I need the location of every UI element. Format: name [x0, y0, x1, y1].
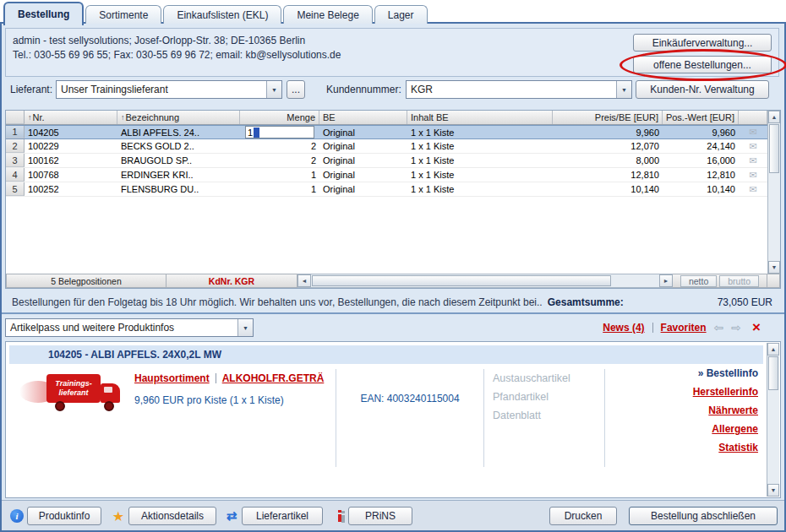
lieferartikel-button[interactable]: Lieferartikel	[242, 507, 323, 525]
order-table: ↑Nr. ↑Bezeichnung Menge BE Inhalt BE Pre…	[5, 110, 781, 289]
chevron-down-icon[interactable]: ▼	[266, 81, 281, 98]
info-icon: i	[10, 509, 24, 523]
column-header-be[interactable]: BE	[319, 111, 407, 124]
aktionsdetails-button[interactable]: Aktionsdetails	[128, 507, 216, 525]
warengruppe-link[interactable]: ALKOHOLFR.GETRÄ	[222, 372, 325, 384]
prins-button[interactable]: PRiNS	[348, 507, 412, 525]
close-icon[interactable]: ×	[752, 322, 761, 334]
inactive-info-list: Austauschartikel Pfandartikel Datenblatt	[493, 372, 570, 428]
tab-bestellung[interactable]: Bestellung	[3, 2, 84, 25]
datenblatt-label: Datenblatt	[493, 410, 570, 421]
brutto-button[interactable]: brutto	[719, 275, 759, 287]
scroll-right-icon[interactable]: ►	[659, 274, 673, 287]
divider	[652, 323, 653, 333]
truck-wheel	[104, 401, 114, 411]
kundennummer-label: Kundennummer:	[326, 84, 401, 95]
tab-lager[interactable]: Lager	[374, 5, 428, 24]
lieferant-select[interactable]: Unser Trainingslieferant ▼	[56, 80, 282, 99]
bestellinfo-link[interactable]: » Bestellinfo	[698, 367, 758, 379]
table-row[interactable]: 1 104205 ALBI APFELS. 24.. 1 Original 1 …	[6, 125, 767, 139]
kundennr-verwaltung-button[interactable]: Kunden-Nr. Verwaltung	[636, 80, 769, 99]
column-header-preis[interactable]: Preis/BE [EUR]	[553, 111, 663, 124]
mail-icon[interactable]: ✉	[742, 127, 764, 138]
tab-bar: Bestellung Sortimente Einkaufslisten (EK…	[3, 2, 428, 25]
column-header-nr[interactable]: ↑Nr.	[25, 111, 117, 124]
total-value: 73,050 EUR	[718, 296, 772, 308]
account-info-panel: admin - test sellysolutions; Josef-Orlop…	[5, 28, 779, 77]
next-arrow-icon[interactable]: ⇨	[731, 321, 741, 334]
row-index-header	[6, 111, 25, 124]
produktinfo-button[interactable]: Produktinfo	[27, 507, 101, 525]
total-label: Gesamtsumme:	[548, 296, 624, 308]
mail-icon[interactable]: ✉	[742, 155, 764, 166]
positions-count: 5 Belegpositionen	[6, 274, 166, 288]
truck-wheel	[55, 401, 65, 411]
lieferant-more-button[interactable]: ...	[287, 80, 305, 99]
drucken-button[interactable]: Drucken	[549, 507, 617, 525]
menge-edit-input[interactable]: 1	[245, 126, 314, 138]
mail-icon[interactable]: ✉	[742, 141, 764, 152]
table-row[interactable]: 2 100229 BECKS GOLD 2.. 2 Original 1 x 1…	[6, 139, 767, 154]
lieferant-value: Unser Trainingslieferant	[57, 84, 266, 95]
account-address: admin - test sellysolutions; Josef-Orlop…	[13, 35, 305, 46]
product-ean: EAN: 4003240115004	[339, 393, 481, 404]
bottom-toolbar: i Produktinfo ★ Aktionsdetails ⇄ Liefera…	[2, 500, 784, 530]
tab-meine-belege[interactable]: Meine Belege	[283, 5, 372, 24]
table-vertical-scrollbar[interactable]: ▲ ▼	[767, 111, 780, 274]
column-header-inhalt-be[interactable]: Inhalt BE	[407, 111, 553, 124]
chevron-down-icon[interactable]: ▼	[616, 81, 631, 98]
kdnr-badge: KdNr. KGR	[166, 274, 297, 288]
scrollbar-thumb[interactable]	[769, 124, 779, 173]
statistik-link[interactable]: Statistik	[718, 442, 758, 453]
tab-sortimente[interactable]: Sortimente	[85, 5, 161, 24]
news-link[interactable]: News (4)	[603, 322, 644, 334]
text-caret	[254, 128, 259, 138]
scroll-left-icon[interactable]: ◄	[297, 274, 311, 287]
deadline-message: Bestellungen für den Folgetag bis 18 Uhr…	[12, 296, 543, 308]
pfandartikel-label: Pfandartikel	[493, 391, 570, 403]
table-horizontal-scrollbar[interactable]: ◄ ►	[297, 274, 673, 288]
column-header-menge[interactable]: Menge	[240, 111, 319, 124]
scrollbar-corner	[767, 274, 780, 288]
mail-icon[interactable]: ✉	[742, 184, 764, 195]
allergene-link[interactable]: Allergene	[712, 423, 758, 435]
product-detail-links: » Bestellinfo Herstellerinfo Nährwerte A…	[693, 367, 758, 460]
table-row[interactable]: 4 100768 ERDINGER KRI.. 1 Original 1 x 1…	[6, 168, 767, 182]
product-info-row: Artikelpass und weitere Produktinfos ▼ N…	[2, 318, 784, 339]
divider	[604, 369, 605, 467]
divider	[483, 369, 484, 467]
scroll-up-icon[interactable]: ▲	[767, 343, 779, 356]
chevron-down-icon[interactable]: ▼	[237, 319, 253, 336]
scroll-up-icon[interactable]: ▲	[768, 111, 780, 123]
scrollbar-thumb[interactable]	[312, 275, 611, 286]
panel-vertical-scrollbar[interactable]: ▲ ▼	[767, 343, 779, 497]
favoriten-link[interactable]: Favoriten	[661, 322, 707, 334]
product-info-select[interactable]: Artikelpass und weitere Produktinfos ▼	[5, 318, 254, 337]
supplier-logo: Trainings- lieferant	[35, 372, 136, 420]
tab-einkaufslisten[interactable]: Einkaufslisten (EKL)	[163, 5, 281, 24]
divider	[216, 373, 216, 383]
austauschartikel-label: Austauschartikel	[493, 372, 570, 384]
product-info-select-value: Artikelpass und weitere Produktinfos	[6, 322, 237, 334]
netto-button[interactable]: netto	[680, 275, 717, 287]
column-header-bezeichnung[interactable]: ↑Bezeichnung	[117, 111, 240, 124]
column-header-pos-wert[interactable]: Pos.-Wert [EUR]	[663, 111, 739, 124]
offene-bestellungen-button[interactable]: offene Bestellungen...	[633, 56, 772, 73]
bestellung-abschliessen-button[interactable]: Bestellung abschließen	[629, 507, 778, 525]
scroll-down-icon[interactable]: ▼	[768, 261, 780, 274]
hauptsortiment-link[interactable]: Hauptsortiment	[134, 372, 210, 384]
kundennummer-select[interactable]: KGR ▼	[406, 80, 632, 99]
prev-arrow-icon[interactable]: ⇦	[714, 321, 724, 334]
naehrwerte-link[interactable]: Nährwerte	[708, 404, 758, 416]
herstellerinfo-link[interactable]: Herstellerinfo	[693, 386, 758, 398]
scrollbar-thumb[interactable]	[768, 356, 778, 390]
sync-arrows-icon: ⇄	[225, 509, 238, 523]
table-row[interactable]: 5 100252 FLENSBURG DU.. 1 Original 1 x 1…	[6, 182, 767, 197]
mail-icon[interactable]: ✉	[742, 170, 764, 181]
table-row[interactable]: 3 100162 BRAUGOLD SP.. 2 Original 1 x 1 …	[6, 154, 767, 168]
sort-asc-icon: ↑	[28, 113, 32, 122]
supplier-customer-row: Lieferant: Unser Trainingslieferant ▼ ..…	[2, 79, 784, 101]
kundennummer-value: KGR	[407, 84, 616, 95]
scroll-down-icon[interactable]: ▼	[767, 484, 779, 497]
einkaeuferverwaltung-button[interactable]: Einkäuferverwaltung...	[633, 34, 772, 52]
